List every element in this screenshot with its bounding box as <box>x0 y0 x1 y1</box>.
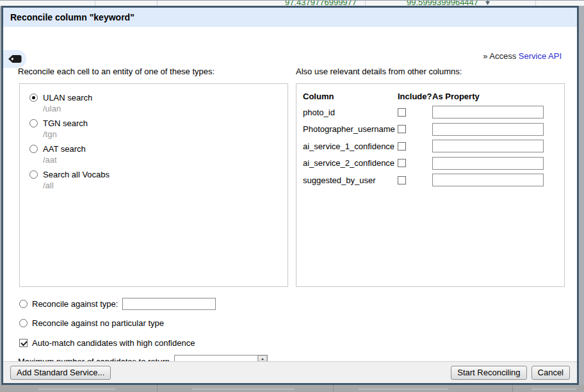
against-type-input[interactable] <box>122 298 216 310</box>
bg-dimmed-text <box>38 388 115 390</box>
bg-cell-border <box>512 385 513 392</box>
cancel-button[interactable]: Cancel <box>531 366 570 380</box>
column-name: photo_id <box>303 108 398 117</box>
add-standard-service-button[interactable]: Add Standard Service... <box>10 366 111 380</box>
access-prefix: » Access <box>483 51 516 61</box>
bg-cell-border <box>157 1 158 6</box>
type-id: /ulan <box>43 104 288 113</box>
col-header-column: Column <box>303 92 398 101</box>
type-label: ULAN search <box>43 93 92 102</box>
service-api-link[interactable]: Service API <box>519 51 562 61</box>
radio-aat[interactable] <box>29 145 38 153</box>
bg-dimmed-text <box>192 388 295 390</box>
types-section-label: Reconcile each cell to an entity of one … <box>18 67 215 76</box>
bg-dimmed-text <box>359 388 448 390</box>
footer-right-buttons: Start Reconciling Cancel <box>451 366 570 380</box>
tag-icon <box>8 54 22 63</box>
dialog-header: Reconcile column "keyword" <box>3 8 577 27</box>
column-name: ai_service_2_confidence <box>303 158 398 168</box>
bg-number-cell: 97.4379776999977 <box>285 0 357 6</box>
type-option-tgn[interactable]: TGN search <box>29 118 288 128</box>
bg-cell-border <box>157 385 158 392</box>
type-label: Search all Vocabs <box>43 170 110 179</box>
dialog-footer: Add Standard Service... Start Reconcilin… <box>3 361 577 383</box>
type-label: AAT search <box>43 144 86 154</box>
bg-cell-border <box>535 1 536 6</box>
type-option-ulan[interactable]: ULAN search <box>29 93 288 102</box>
no-particular-type-option[interactable]: Reconcile against no particular type <box>19 318 164 328</box>
bg-cell-border <box>333 385 334 392</box>
as-property-input[interactable] <box>432 123 544 136</box>
types-panel: ULAN search /ulan TGN search /tgn AAT se… <box>19 83 288 287</box>
as-property-input[interactable] <box>432 140 544 152</box>
radio-no-type[interactable] <box>19 319 28 327</box>
col-header-as-property: As Property <box>432 92 558 101</box>
type-option-all[interactable]: Search all Vocabs <box>29 170 288 179</box>
include-checkbox[interactable] <box>398 159 406 167</box>
radio-ulan[interactable] <box>29 94 38 102</box>
type-option-aat[interactable]: AAT search <box>29 144 288 154</box>
type-id: /tgn <box>43 129 288 139</box>
screen: 97.4379776999977 99.5999399964447 Reconc… <box>0 0 584 392</box>
tag-icon-blob <box>3 50 26 68</box>
against-type-label: Reconcile against type: <box>32 299 118 309</box>
as-property-input[interactable] <box>432 157 544 170</box>
start-reconciling-button[interactable]: Start Reconciling <box>451 366 526 380</box>
radio-tgn[interactable] <box>29 119 38 127</box>
column-name: Photographer_username <box>303 124 398 134</box>
automatch-label: Auto-match candidates with high confiden… <box>32 338 195 348</box>
bg-cell-border <box>365 1 366 6</box>
bg-cell-border <box>95 1 95 6</box>
background-table-bottom <box>0 385 584 392</box>
columns-section-label: Also use relevant details from other col… <box>296 67 462 76</box>
include-checkbox[interactable] <box>398 125 406 133</box>
as-property-input[interactable] <box>432 174 544 186</box>
as-property-input[interactable] <box>432 106 544 118</box>
radio-all[interactable] <box>29 170 38 179</box>
type-id: /aat <box>43 155 288 165</box>
column-name: suggested_by_user <box>303 176 398 185</box>
columns-panel: Column Include? As Property photo_id Pho… <box>296 83 565 287</box>
type-id: /all <box>43 181 288 190</box>
column-name: ai_service_1_confidence <box>303 142 398 151</box>
automatch-checkbox[interactable] <box>19 339 28 347</box>
columns-table: Column Include? As Property photo_id Pho… <box>303 88 558 189</box>
bg-dimmed-text <box>531 388 576 390</box>
dialog-body: » Access Service API Reconcile each cell… <box>3 27 577 361</box>
include-checkbox[interactable] <box>398 108 406 117</box>
col-header-include: Include? <box>398 92 432 101</box>
bg-number-cell: 99.5999399964447 <box>407 0 478 6</box>
bg-cell-icon <box>485 0 490 5</box>
include-checkbox[interactable] <box>398 142 406 151</box>
include-checkbox[interactable] <box>398 176 406 184</box>
reconcile-dialog: Reconcile column "keyword" » Access Serv… <box>1 6 579 385</box>
no-type-label: Reconcile against no particular type <box>32 318 164 328</box>
type-label: TGN search <box>43 118 88 128</box>
radio-against-type[interactable] <box>19 300 28 308</box>
background-table-top: 97.4379776999977 99.5999399964447 <box>0 0 584 6</box>
dialog-title: Reconcile column "keyword" <box>10 12 134 22</box>
reconcile-against-type-option[interactable]: Reconcile against type: <box>19 298 216 310</box>
automatch-option[interactable]: Auto-match candidates with high confiden… <box>19 338 195 348</box>
access-service-api: » Access Service API <box>483 51 562 61</box>
